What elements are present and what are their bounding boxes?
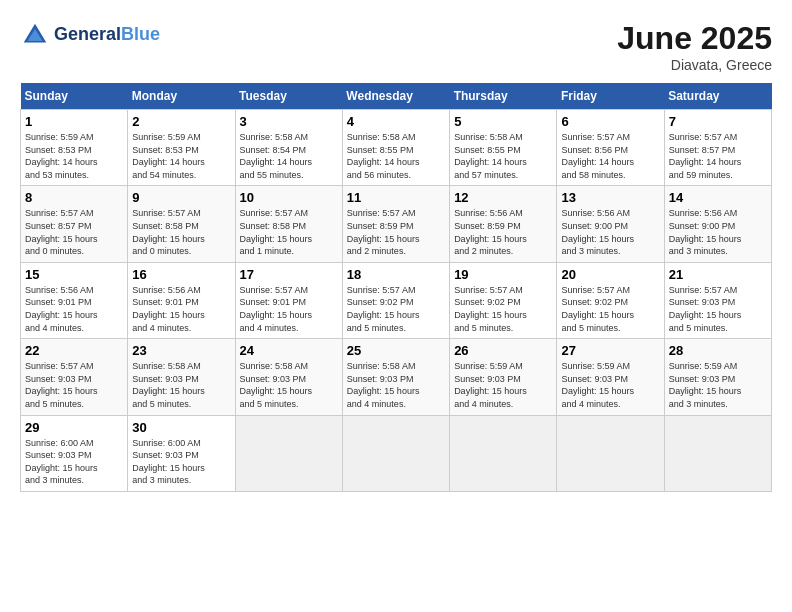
day-number: 6 <box>561 114 659 129</box>
calendar-cell: 23Sunrise: 5:58 AM Sunset: 9:03 PM Dayli… <box>128 339 235 415</box>
day-header-saturday: Saturday <box>664 83 771 110</box>
calendar-header: SundayMondayTuesdayWednesdayThursdayFrid… <box>21 83 772 110</box>
calendar-cell <box>664 415 771 491</box>
title-block: June 2025 Diavata, Greece <box>617 20 772 73</box>
calendar-cell <box>450 415 557 491</box>
day-info: Sunrise: 5:58 AM Sunset: 8:55 PM Dayligh… <box>347 131 445 181</box>
day-number: 24 <box>240 343 338 358</box>
day-number: 15 <box>25 267 123 282</box>
calendar-cell <box>557 415 664 491</box>
day-number: 8 <box>25 190 123 205</box>
day-number: 7 <box>669 114 767 129</box>
calendar-cell: 11Sunrise: 5:57 AM Sunset: 8:59 PM Dayli… <box>342 186 449 262</box>
day-number: 5 <box>454 114 552 129</box>
calendar-cell: 30Sunrise: 6:00 AM Sunset: 9:03 PM Dayli… <box>128 415 235 491</box>
day-info: Sunrise: 5:57 AM Sunset: 8:58 PM Dayligh… <box>240 207 338 257</box>
calendar-cell: 6Sunrise: 5:57 AM Sunset: 8:56 PM Daylig… <box>557 110 664 186</box>
calendar-cell: 28Sunrise: 5:59 AM Sunset: 9:03 PM Dayli… <box>664 339 771 415</box>
day-number: 14 <box>669 190 767 205</box>
calendar-cell: 13Sunrise: 5:56 AM Sunset: 9:00 PM Dayli… <box>557 186 664 262</box>
calendar-table: SundayMondayTuesdayWednesdayThursdayFrid… <box>20 83 772 492</box>
day-info: Sunrise: 5:57 AM Sunset: 8:57 PM Dayligh… <box>669 131 767 181</box>
logo: GeneralBlue <box>20 20 160 50</box>
day-number: 27 <box>561 343 659 358</box>
month-title: June 2025 <box>617 20 772 57</box>
day-info: Sunrise: 5:59 AM Sunset: 8:53 PM Dayligh… <box>25 131 123 181</box>
calendar-cell: 1Sunrise: 5:59 AM Sunset: 8:53 PM Daylig… <box>21 110 128 186</box>
calendar-cell: 29Sunrise: 6:00 AM Sunset: 9:03 PM Dayli… <box>21 415 128 491</box>
day-number: 10 <box>240 190 338 205</box>
day-info: Sunrise: 5:57 AM Sunset: 9:02 PM Dayligh… <box>561 284 659 334</box>
day-info: Sunrise: 5:59 AM Sunset: 9:03 PM Dayligh… <box>669 360 767 410</box>
day-info: Sunrise: 5:57 AM Sunset: 8:56 PM Dayligh… <box>561 131 659 181</box>
day-number: 16 <box>132 267 230 282</box>
day-info: Sunrise: 5:56 AM Sunset: 8:59 PM Dayligh… <box>454 207 552 257</box>
day-number: 1 <box>25 114 123 129</box>
day-number: 9 <box>132 190 230 205</box>
day-number: 23 <box>132 343 230 358</box>
calendar-cell: 8Sunrise: 5:57 AM Sunset: 8:57 PM Daylig… <box>21 186 128 262</box>
calendar-cell: 12Sunrise: 5:56 AM Sunset: 8:59 PM Dayli… <box>450 186 557 262</box>
day-info: Sunrise: 5:57 AM Sunset: 8:57 PM Dayligh… <box>25 207 123 257</box>
location: Diavata, Greece <box>617 57 772 73</box>
calendar-cell: 15Sunrise: 5:56 AM Sunset: 9:01 PM Dayli… <box>21 262 128 338</box>
day-info: Sunrise: 5:59 AM Sunset: 9:03 PM Dayligh… <box>561 360 659 410</box>
day-info: Sunrise: 5:56 AM Sunset: 9:00 PM Dayligh… <box>669 207 767 257</box>
calendar-cell: 3Sunrise: 5:58 AM Sunset: 8:54 PM Daylig… <box>235 110 342 186</box>
day-number: 30 <box>132 420 230 435</box>
page-header: GeneralBlue June 2025 Diavata, Greece <box>20 20 772 73</box>
day-info: Sunrise: 5:57 AM Sunset: 8:58 PM Dayligh… <box>132 207 230 257</box>
calendar-cell: 25Sunrise: 5:58 AM Sunset: 9:03 PM Dayli… <box>342 339 449 415</box>
day-info: Sunrise: 5:59 AM Sunset: 9:03 PM Dayligh… <box>454 360 552 410</box>
calendar-cell: 4Sunrise: 5:58 AM Sunset: 8:55 PM Daylig… <box>342 110 449 186</box>
day-number: 29 <box>25 420 123 435</box>
day-number: 2 <box>132 114 230 129</box>
day-number: 25 <box>347 343 445 358</box>
day-info: Sunrise: 5:59 AM Sunset: 8:53 PM Dayligh… <box>132 131 230 181</box>
day-number: 18 <box>347 267 445 282</box>
day-header-wednesday: Wednesday <box>342 83 449 110</box>
day-info: Sunrise: 6:00 AM Sunset: 9:03 PM Dayligh… <box>132 437 230 487</box>
day-number: 28 <box>669 343 767 358</box>
day-number: 19 <box>454 267 552 282</box>
calendar-cell: 2Sunrise: 5:59 AM Sunset: 8:53 PM Daylig… <box>128 110 235 186</box>
calendar-cell: 22Sunrise: 5:57 AM Sunset: 9:03 PM Dayli… <box>21 339 128 415</box>
day-number: 20 <box>561 267 659 282</box>
day-number: 13 <box>561 190 659 205</box>
calendar-cell: 21Sunrise: 5:57 AM Sunset: 9:03 PM Dayli… <box>664 262 771 338</box>
day-number: 17 <box>240 267 338 282</box>
calendar-cell: 27Sunrise: 5:59 AM Sunset: 9:03 PM Dayli… <box>557 339 664 415</box>
day-info: Sunrise: 5:57 AM Sunset: 9:03 PM Dayligh… <box>25 360 123 410</box>
calendar-cell <box>342 415 449 491</box>
day-info: Sunrise: 5:58 AM Sunset: 9:03 PM Dayligh… <box>132 360 230 410</box>
calendar-cell: 24Sunrise: 5:58 AM Sunset: 9:03 PM Dayli… <box>235 339 342 415</box>
logo-icon <box>20 20 50 50</box>
calendar-cell: 26Sunrise: 5:59 AM Sunset: 9:03 PM Dayli… <box>450 339 557 415</box>
day-info: Sunrise: 5:56 AM Sunset: 9:01 PM Dayligh… <box>132 284 230 334</box>
calendar-cell: 5Sunrise: 5:58 AM Sunset: 8:55 PM Daylig… <box>450 110 557 186</box>
day-info: Sunrise: 5:56 AM Sunset: 9:00 PM Dayligh… <box>561 207 659 257</box>
logo-text: GeneralBlue <box>54 25 160 45</box>
calendar-cell: 9Sunrise: 5:57 AM Sunset: 8:58 PM Daylig… <box>128 186 235 262</box>
day-header-tuesday: Tuesday <box>235 83 342 110</box>
day-number: 11 <box>347 190 445 205</box>
calendar-cell: 19Sunrise: 5:57 AM Sunset: 9:02 PM Dayli… <box>450 262 557 338</box>
day-info: Sunrise: 5:58 AM Sunset: 8:55 PM Dayligh… <box>454 131 552 181</box>
day-info: Sunrise: 5:58 AM Sunset: 8:54 PM Dayligh… <box>240 131 338 181</box>
day-info: Sunrise: 5:57 AM Sunset: 9:03 PM Dayligh… <box>669 284 767 334</box>
day-number: 4 <box>347 114 445 129</box>
day-number: 3 <box>240 114 338 129</box>
day-info: Sunrise: 5:57 AM Sunset: 8:59 PM Dayligh… <box>347 207 445 257</box>
day-info: Sunrise: 5:58 AM Sunset: 9:03 PM Dayligh… <box>240 360 338 410</box>
calendar-cell: 14Sunrise: 5:56 AM Sunset: 9:00 PM Dayli… <box>664 186 771 262</box>
calendar-cell: 7Sunrise: 5:57 AM Sunset: 8:57 PM Daylig… <box>664 110 771 186</box>
day-info: Sunrise: 5:57 AM Sunset: 9:02 PM Dayligh… <box>454 284 552 334</box>
day-number: 22 <box>25 343 123 358</box>
day-header-sunday: Sunday <box>21 83 128 110</box>
calendar-cell: 20Sunrise: 5:57 AM Sunset: 9:02 PM Dayli… <box>557 262 664 338</box>
day-info: Sunrise: 5:57 AM Sunset: 9:01 PM Dayligh… <box>240 284 338 334</box>
day-info: Sunrise: 5:58 AM Sunset: 9:03 PM Dayligh… <box>347 360 445 410</box>
calendar-cell <box>235 415 342 491</box>
calendar-cell: 17Sunrise: 5:57 AM Sunset: 9:01 PM Dayli… <box>235 262 342 338</box>
day-header-thursday: Thursday <box>450 83 557 110</box>
